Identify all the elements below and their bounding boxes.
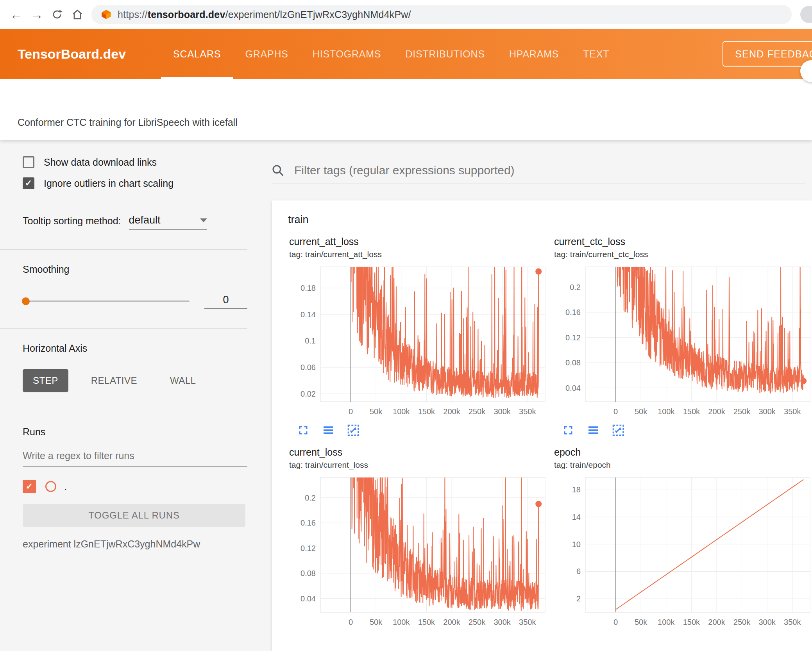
chart-title: epoch <box>554 447 812 458</box>
svg-text:100k: 100k <box>393 407 410 416</box>
horizontal-axis-label: Horizontal Axis <box>23 343 247 354</box>
run-color-swatch <box>45 481 56 492</box>
svg-text:200k: 200k <box>708 618 725 626</box>
svg-text:200k: 200k <box>708 407 725 416</box>
run-checkbox[interactable] <box>23 480 36 493</box>
svg-text:250k: 250k <box>469 407 486 416</box>
svg-text:0: 0 <box>349 407 353 416</box>
svg-text:0: 0 <box>349 618 353 626</box>
show-download-links-label: Show data download links <box>44 157 157 168</box>
svg-text:200k: 200k <box>443 407 460 416</box>
tab-text[interactable]: TEXT <box>571 29 621 79</box>
show-download-links-checkbox[interactable] <box>23 156 34 168</box>
tooltip-sorting-label: Tooltip sorting method: <box>23 215 121 230</box>
runs-label: Runs <box>23 426 247 438</box>
svg-text:0.04: 0.04 <box>565 384 581 392</box>
svg-text:0.1: 0.1 <box>305 336 316 345</box>
chart-title: current_ctc_loss <box>554 236 812 247</box>
tab-hparams[interactable]: HPARAMS <box>497 29 571 79</box>
tooltip-sorting-dropdown[interactable]: default <box>129 214 207 230</box>
url-scheme: https:// <box>118 9 148 20</box>
fullscreen-icon[interactable] <box>296 423 310 437</box>
svg-text:250k: 250k <box>733 618 751 626</box>
svg-text:350k: 350k <box>784 618 801 626</box>
svg-text:0.2: 0.2 <box>570 283 581 292</box>
train-group-header[interactable]: train <box>272 200 812 236</box>
axis-step-button[interactable]: STEP <box>23 369 68 392</box>
fit-domain-icon[interactable] <box>611 423 625 437</box>
chart-plot[interactable]: 0.040.080.120.160.2050k100k150k200k250k3… <box>289 473 547 629</box>
svg-text:250k: 250k <box>733 407 751 416</box>
divider <box>0 249 247 250</box>
search-icon <box>272 164 284 177</box>
tab-histograms[interactable]: HISTOGRAMS <box>300 29 393 79</box>
svg-text:100k: 100k <box>658 407 675 416</box>
fit-domain-icon[interactable] <box>346 423 360 437</box>
home-icon[interactable] <box>67 4 88 25</box>
log-scale-toggle-icon[interactable] <box>586 423 600 437</box>
chart-tag: tag: train/epoch <box>554 460 812 470</box>
fullscreen-icon[interactable] <box>561 423 575 437</box>
scalars-main: train current_att_loss tag: train/curren… <box>252 140 812 651</box>
ignore-outliers-label: Ignore outliers in chart scaling <box>44 178 173 189</box>
tab-graphs[interactable]: GRAPHS <box>233 29 300 79</box>
chart-toolbar <box>296 423 547 437</box>
axis-wall-button[interactable]: WALL <box>160 369 206 392</box>
app-brand[interactable]: TensorBoard.dev <box>18 46 126 62</box>
run-name: . <box>64 481 67 493</box>
settings-sidebar: Show data download links Ignore outliers… <box>0 140 252 651</box>
svg-text:150k: 150k <box>683 407 700 416</box>
svg-text:350k: 350k <box>519 618 536 626</box>
send-feedback-button[interactable]: SEND FEEDBACK <box>723 41 812 67</box>
tensorboard-favicon <box>101 9 112 20</box>
back-icon[interactable]: ← <box>6 4 27 25</box>
app-header: TensorBoard.dev SCALARS GRAPHS HISTOGRAM… <box>0 29 812 79</box>
svg-text:0.12: 0.12 <box>300 544 316 553</box>
svg-text:6: 6 <box>576 567 581 576</box>
svg-text:50k: 50k <box>635 407 647 416</box>
url-text: https://tensorboard.dev/experiment/lzGnE… <box>118 9 411 20</box>
svg-text:100k: 100k <box>393 618 410 626</box>
runs-filter-input[interactable] <box>23 450 247 467</box>
chart-title: current_loss <box>289 447 547 458</box>
chart-plot[interactable]: 0.020.060.10.140.18050k100k150k200k250k3… <box>289 262 547 418</box>
chart-current-att-loss: current_att_loss tag: train/current_att_… <box>289 236 547 439</box>
svg-text:0.02: 0.02 <box>300 390 316 398</box>
axis-relative-button[interactable]: RELATIVE <box>81 369 147 392</box>
svg-text:150k: 150k <box>683 618 700 626</box>
smoothing-value-input[interactable] <box>204 294 247 309</box>
smoothing-slider[interactable] <box>23 300 190 302</box>
chart-plot[interactable]: 26101418050k100k150k200k250k300k350k <box>554 473 812 629</box>
divider <box>0 328 247 329</box>
browser-profile-avatar[interactable] <box>800 6 812 23</box>
svg-text:200k: 200k <box>443 618 460 626</box>
svg-text:0: 0 <box>613 618 618 626</box>
svg-text:100k: 100k <box>658 618 675 626</box>
charts-grid: current_att_loss tag: train/current_att_… <box>272 236 812 629</box>
svg-text:0.06: 0.06 <box>300 363 316 372</box>
svg-text:350k: 350k <box>784 407 801 416</box>
chart-tag: tag: train/current_ctc_loss <box>554 250 812 259</box>
filter-tags-input[interactable] <box>293 163 805 177</box>
browser-toolbar: ← → https://tensorboard.dev/experiment/l… <box>0 0 812 29</box>
forward-icon[interactable]: → <box>27 4 47 25</box>
experiment-id: experiment lzGnETjwRxC3yghNMd4kPw <box>23 538 247 550</box>
svg-text:0.2: 0.2 <box>305 494 316 502</box>
experiment-header: Conformer CTC training for LibriSpeech w… <box>0 79 812 140</box>
svg-text:0.18: 0.18 <box>300 284 316 292</box>
address-bar[interactable]: https://tensorboard.dev/experiment/lzGnE… <box>91 5 792 24</box>
tooltip-sorting-value: default <box>129 214 161 226</box>
chart-epoch: epoch tag: train/epoch 26101418050k100k1… <box>554 447 812 629</box>
chart-plot[interactable]: 0.040.080.120.160.2050k100k150k200k250k3… <box>554 262 812 418</box>
reload-icon[interactable] <box>47 4 67 25</box>
url-host: tensorboard.dev <box>148 9 225 20</box>
ignore-outliers-checkbox[interactable] <box>23 177 34 189</box>
tab-scalars[interactable]: SCALARS <box>161 29 233 79</box>
log-scale-toggle-icon[interactable] <box>321 423 335 437</box>
svg-text:150k: 150k <box>418 618 435 626</box>
smoothing-slider-thumb[interactable] <box>22 297 30 305</box>
toggle-all-runs-button[interactable]: TOGGLE ALL RUNS <box>23 504 245 527</box>
svg-text:0.12: 0.12 <box>565 333 581 342</box>
tab-distributions[interactable]: DISTRIBUTIONS <box>393 29 497 79</box>
svg-text:2: 2 <box>576 594 581 603</box>
